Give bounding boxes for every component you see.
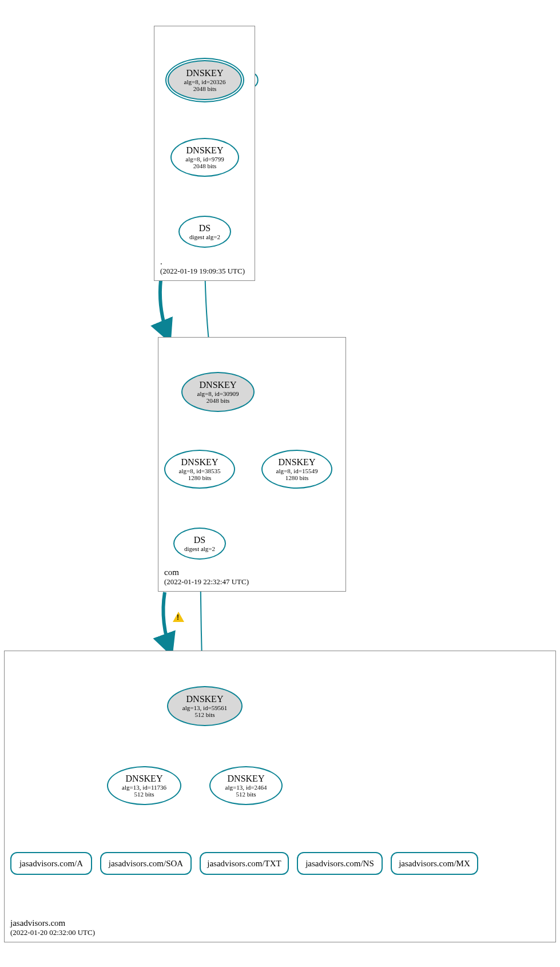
node-com-zsk: DNSKEY alg=8, id=38535 1280 bits (164, 450, 235, 489)
node-com-ksk: DNSKEY alg=8, id=30909 2048 bits (181, 372, 255, 412)
node-root-ksk-title: DNSKEY (169, 68, 241, 78)
node-com-ds-title: DS (174, 535, 225, 545)
node-root-ksk-l1: alg=8, id=20326 (169, 78, 241, 85)
zone-root-name: . (160, 257, 245, 267)
node-root-zsk: DNSKEY alg=8, id=9799 2048 bits (170, 138, 239, 177)
node-root-ds-l1: digest alg=2 (180, 233, 230, 240)
node-com-zsk-l1: alg=8, id=38535 (165, 467, 234, 474)
node-dom-ksk-l2: 512 bits (168, 711, 241, 718)
node-root-zsk-title: DNSKEY (172, 145, 238, 156)
warning-icon (173, 612, 184, 622)
zone-root-time: (2022-01-19 19:09:35 UTC) (160, 267, 245, 276)
node-domain-ksk: DNSKEY alg=13, id=59561 512 bits (167, 686, 243, 726)
zone-com-name: com (164, 568, 249, 577)
rrset-ns: jasadvisors.com/NS (297, 852, 383, 875)
node-com-zsk2-l1: alg=8, id=15549 (263, 467, 331, 474)
zone-domain-time: (2022-01-20 02:32:00 UTC) (10, 928, 95, 937)
node-dom-ksk-l1: alg=13, id=59561 (168, 704, 241, 711)
node-root-zsk-l1: alg=8, id=9799 (172, 156, 238, 163)
node-com-ksk-l1: alg=8, id=30909 (182, 390, 253, 397)
node-root-zsk-l2: 2048 bits (172, 163, 238, 169)
zone-root-label: . (2022-01-19 19:09:35 UTC) (160, 257, 245, 276)
node-com-ksk-title: DNSKEY (182, 380, 253, 390)
node-dom-zsk-l1: alg=13, id=2464 (211, 784, 281, 791)
zone-domain-label: jasadvisors.com (2022-01-20 02:32:00 UTC… (10, 918, 95, 937)
rrset-soa: jasadvisors.com/SOA (100, 852, 192, 875)
node-root-ksk-l2: 2048 bits (169, 85, 241, 92)
rrset-txt: jasadvisors.com/TXT (200, 852, 289, 875)
node-dom-zsk-l2: 512 bits (211, 791, 281, 798)
rrset-a: jasadvisors.com/A (10, 852, 92, 875)
zone-com-label: com (2022-01-19 22:32:47 UTC) (164, 568, 249, 586)
zone-domain-name: jasadvisors.com (10, 918, 95, 928)
node-dom-zsk2-l2: 512 bits (108, 791, 180, 798)
node-com-zsk2-title: DNSKEY (263, 457, 331, 467)
node-com-ksk-l2: 2048 bits (182, 397, 253, 404)
node-domain-zsk: DNSKEY alg=13, id=2464 512 bits (209, 766, 283, 805)
node-dom-zsk2-title: DNSKEY (108, 774, 180, 784)
rrset-mx: jasadvisors.com/MX (391, 852, 478, 875)
node-dom-zsk-title: DNSKEY (211, 774, 281, 784)
node-root-ksk: DNSKEY alg=8, id=20326 2048 bits (168, 60, 242, 100)
node-dom-ksk-title: DNSKEY (168, 694, 241, 704)
node-com-zsk2-l2: 1280 bits (263, 474, 331, 481)
node-com-zsk-title: DNSKEY (165, 457, 234, 467)
node-com-zsk-l2: 1280 bits (165, 474, 234, 481)
node-root-ds-title: DS (180, 223, 230, 233)
node-root-ds: DS digest alg=2 (178, 216, 231, 248)
node-com-ds-l1: digest alg=2 (174, 545, 225, 552)
zone-com-time: (2022-01-19 22:32:47 UTC) (164, 577, 249, 586)
node-com-zsk2: DNSKEY alg=8, id=15549 1280 bits (261, 450, 332, 489)
node-domain-zsk2: DNSKEY alg=13, id=11736 512 bits (107, 766, 181, 805)
node-com-ds: DS digest alg=2 (173, 528, 226, 560)
node-dom-zsk2-l1: alg=13, id=11736 (108, 784, 180, 791)
